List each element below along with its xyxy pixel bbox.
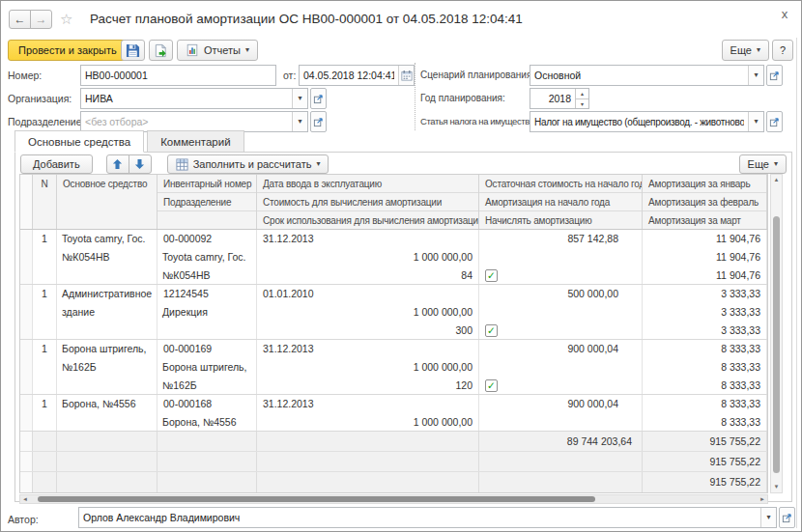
residual-cell[interactable]: 857 142,88 ✓ [479,230,643,284]
february-value: 8 333,33 [643,358,766,377]
asset-cell[interactable]: Борона штригель, №162Б [57,340,158,394]
reports-button[interactable]: Отчеты ▾ [177,40,258,61]
asset-cell[interactable]: Борона, №4556 [57,395,158,431]
department-dropdown-button[interactable]: ▾ [292,112,307,131]
number-field[interactable] [80,65,276,86]
planning-year-field[interactable]: ▴ ▾ [530,88,589,109]
accrue-checkbox[interactable]: ✓ [485,379,498,392]
forward-button[interactable]: → [30,10,52,29]
row-number-cell[interactable]: 1 [33,285,57,339]
row-number-cell[interactable]: 1 [33,395,57,431]
grid-more-label: Еще [748,158,769,170]
department-value: Toyota camry, Гос.№К054НВ [158,248,256,284]
back-icon: ← [14,13,26,26]
monthly-cell[interactable]: 11 904,76 11 904,76 11 904,76 [643,230,767,284]
inventory-cell[interactable]: 00-000092 Toyota camry, Гос.№К054НВ [158,230,257,284]
department-input[interactable] [81,112,292,131]
table-row[interactable]: 1 Борона, №4556 00-000168 Борона, №4556 … [20,395,767,432]
scroll-up-icon[interactable]: ▲ [774,175,780,185]
table-row[interactable]: 1 Борона штригель, №162Б 00-000169 Борон… [20,340,767,395]
department-open-button[interactable] [310,111,327,132]
usage-cell[interactable]: 01.01.2010 1 000 000,00 300 [257,285,479,339]
property-tax-open-button[interactable] [766,111,783,132]
document-date-input[interactable] [300,66,398,85]
grid-more-button[interactable]: Еще ▾ [739,154,787,174]
header-selector-cell [20,175,33,229]
accrue-checkbox[interactable]: ✓ [485,324,498,337]
horizontal-scrollbar[interactable]: ◄ ► [19,494,768,504]
spin-up-icon[interactable]: ▴ [576,89,588,99]
save-icon [126,43,140,58]
open-icon [769,117,780,127]
scenario-select[interactable]: ▾ [530,65,764,86]
planning-year-input[interactable] [530,89,575,108]
property-tax-dropdown-button[interactable]: ▾ [748,112,763,131]
department-select[interactable]: ▾ [80,111,308,132]
inventory-cell[interactable]: 00-000169 Борона штригель, №162Б [158,340,257,394]
residual-cell[interactable]: 500 000,00 ✓ [479,285,643,339]
row-selector-cell[interactable] [20,285,33,339]
usage-cell[interactable]: 31.12.2013 1 000 000,00 [257,395,479,431]
scroll-right-icon[interactable]: ► [758,496,767,502]
residual-value: 900 000,04 [479,395,642,413]
author-dropdown-button[interactable]: ▾ [760,508,776,527]
organization-open-button[interactable] [310,88,327,109]
inventory-cell[interactable]: 00-000168 Борона, №4556 [158,395,257,431]
organization-select[interactable]: ▾ [80,88,308,109]
monthly-cell[interactable]: 8 333,33 8 333,33 [643,395,767,431]
back-button[interactable]: ← [9,10,31,29]
document-date-field[interactable] [299,65,415,86]
organization-dropdown-button[interactable]: ▾ [292,89,307,108]
row-selector-cell[interactable] [20,230,33,284]
post-and-close-button[interactable]: Провести и закрыть [8,40,128,61]
scenario-open-button[interactable] [766,65,783,86]
author-open-button[interactable] [779,507,795,528]
form-splitter[interactable] [415,63,415,130]
spin-down-icon[interactable]: ▾ [576,99,588,109]
move-up-button[interactable] [106,154,129,174]
monthly-cell[interactable]: 3 333,33 3 333,33 3 333,33 [643,285,767,339]
monthly-cell[interactable]: 8 333,33 8 333,33 8 333,33 [643,340,767,394]
tab-fixed-assets[interactable]: Основные средства [14,130,144,153]
usage-cell[interactable]: 31.12.2013 1 000 000,00 84 [257,230,479,284]
help-button[interactable]: ? [772,40,793,61]
horizontal-scrollbar-thumb[interactable] [38,496,595,502]
move-down-button[interactable] [129,154,152,174]
row-selector-cell[interactable] [20,395,33,431]
vertical-scrollbar-thumb[interactable] [773,216,780,473]
save-button[interactable] [121,40,145,61]
close-button[interactable]: x [777,7,792,22]
inventory-cell[interactable]: 12124545 Дирекция [158,285,257,339]
fill-and-calculate-button[interactable]: Заполнить и рассчитать ▾ [167,154,329,174]
scroll-left-icon[interactable]: ◄ [20,496,30,502]
asset-cell[interactable]: Toyota camry, Гос.№К054НВ [57,230,158,284]
residual-cell[interactable]: 900 000,04 ✓ [479,340,643,394]
row-number-cell[interactable]: 1 [33,230,57,284]
fill-table-icon [176,158,188,171]
scenario-dropdown-button[interactable]: ▾ [748,66,763,85]
vertical-scrollbar[interactable]: ▲ ▼ [770,174,783,493]
table-row[interactable]: 1 Toyota camry, Гос.№К054НВ 00-000092 To… [20,230,767,285]
more-button[interactable]: Еще ▾ [722,40,769,61]
tab-comment[interactable]: Комментарий [147,130,243,153]
property-tax-select[interactable]: ▾ [530,111,764,132]
accrue-checkbox[interactable]: ✓ [485,269,498,282]
asset-cell[interactable]: Административное здание [57,285,158,339]
property-tax-input[interactable] [530,112,748,131]
author-input[interactable] [79,508,760,527]
post-document-button[interactable] [149,40,173,61]
add-button[interactable]: Добавить [20,154,93,174]
table-row[interactable]: 1 Административное здание 12124545 Дирек… [20,285,767,340]
favorite-icon[interactable]: ☆ [60,11,72,28]
usage-cell[interactable]: 31.12.2013 1 000 000,00 120 [257,340,479,394]
row-number-cell[interactable]: 1 [33,340,57,394]
year-spinner[interactable]: ▴ ▾ [575,89,588,108]
residual-cell[interactable]: 900 000,04 [479,395,643,431]
author-select[interactable]: ▾ [78,507,777,528]
number-input[interactable] [81,66,275,85]
scenario-input[interactable] [530,66,748,85]
row-selector-cell[interactable] [20,340,33,394]
calendar-button[interactable] [398,66,414,85]
scroll-down-icon[interactable]: ▼ [774,482,780,492]
organization-input[interactable] [81,89,292,108]
